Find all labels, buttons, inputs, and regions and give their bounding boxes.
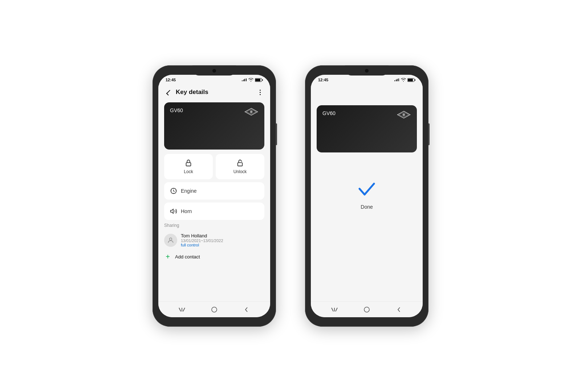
contact-name: Tom Holland <box>181 233 264 238</box>
more-options-button[interactable] <box>256 88 264 97</box>
signal-icon-2 <box>394 78 399 81</box>
svg-marker-7 <box>171 209 174 213</box>
genesis-logo-2 <box>397 110 411 119</box>
more-dot <box>260 90 261 91</box>
lock-icon <box>184 159 192 167</box>
checkmark-icon <box>356 178 378 200</box>
lock-label: Lock <box>184 169 193 174</box>
done-area: Done <box>356 178 378 210</box>
unlock-button[interactable]: Unlock <box>216 154 264 179</box>
done-label: Done <box>361 204 373 210</box>
engine-button[interactable]: Engine <box>164 182 264 200</box>
contact-row: Tom Holland 13/01/2021~13/01/2022 full c… <box>164 231 264 249</box>
unlock-icon <box>236 159 244 167</box>
svg-rect-14 <box>408 79 413 81</box>
unlock-label: Unlock <box>233 169 247 174</box>
contact-avatar <box>164 234 177 247</box>
genesis-logo <box>244 107 259 116</box>
car-model-label: GV60 <box>170 107 183 113</box>
add-contact-label: Add contact <box>175 254 200 260</box>
svg-point-8 <box>170 238 172 240</box>
nav-bar-1 <box>158 301 270 317</box>
screen-1: 12:45 <box>158 75 270 317</box>
contact-dates: 13/01/2021~13/01/2022 <box>181 238 264 243</box>
wifi-icon <box>248 78 253 82</box>
screen-content-1: Key details GV60 <box>158 83 270 301</box>
contact-role: full control <box>181 243 264 247</box>
nav-bar-2 <box>311 301 423 317</box>
svg-line-17 <box>332 308 333 311</box>
page-title: Key details <box>176 89 256 96</box>
screen-2: 12:45 <box>311 75 423 317</box>
horn-button[interactable]: Horn <box>164 203 264 220</box>
status-icons-2 <box>394 78 415 82</box>
car-card-1: GV60 <box>164 102 264 150</box>
nav-home-button-2[interactable] <box>362 305 372 315</box>
more-dot <box>260 94 261 95</box>
sharing-section-label: Sharing <box>164 223 264 228</box>
wifi-icon-2 <box>401 78 406 82</box>
status-bar-1: 12:45 <box>158 75 270 83</box>
svg-rect-2 <box>262 79 263 81</box>
more-dot <box>260 92 261 93</box>
front-camera-2 <box>365 69 369 73</box>
add-contact-row[interactable]: + Add contact <box>164 249 264 264</box>
engine-icon <box>170 187 177 195</box>
svg-point-12 <box>212 307 217 312</box>
nav-back-button[interactable] <box>241 305 252 315</box>
svg-rect-1 <box>255 79 260 81</box>
svg-rect-5 <box>238 163 243 166</box>
nav-menu-button-2[interactable] <box>329 305 340 315</box>
svg-line-11 <box>183 308 185 311</box>
status-bar-2: 12:45 <box>311 75 423 83</box>
phone-1: 12:45 <box>153 65 276 327</box>
car-model-label-2: GV60 <box>322 110 336 116</box>
engine-label: Engine <box>181 188 197 194</box>
status-time-2: 12:45 <box>318 78 328 82</box>
battery-icon-2 <box>407 78 415 82</box>
battery-icon <box>255 78 263 82</box>
svg-line-19 <box>336 308 337 311</box>
svg-line-9 <box>179 308 181 311</box>
sharing-section: Sharing Tom Holland 13/01/2021~13/01/202… <box>164 223 264 264</box>
back-chevron-icon <box>166 90 172 96</box>
svg-point-20 <box>364 307 369 312</box>
horn-label: Horn <box>181 208 192 214</box>
car-card-2: GV60 <box>317 105 417 152</box>
contact-info: Tom Holland 13/01/2021~13/01/2022 full c… <box>181 233 264 247</box>
page-header: Key details <box>158 85 270 101</box>
horn-icon <box>170 208 177 215</box>
back-button[interactable] <box>164 88 173 97</box>
add-icon: + <box>164 253 171 260</box>
lock-unlock-row: Lock Unlock <box>164 154 264 179</box>
done-screen: GV60 Done <box>311 83 423 301</box>
status-time-1: 12:45 <box>166 78 176 82</box>
nav-back-button-2[interactable] <box>394 305 404 315</box>
svg-rect-4 <box>186 163 191 166</box>
svg-rect-15 <box>415 79 415 81</box>
lock-button[interactable]: Lock <box>164 154 213 179</box>
front-camera <box>212 69 216 73</box>
nav-home-button[interactable] <box>209 305 219 315</box>
phone-2: 12:45 <box>305 65 428 327</box>
status-icons-1 <box>242 78 263 82</box>
signal-icon <box>242 78 247 81</box>
nav-menu-button[interactable] <box>177 305 187 315</box>
